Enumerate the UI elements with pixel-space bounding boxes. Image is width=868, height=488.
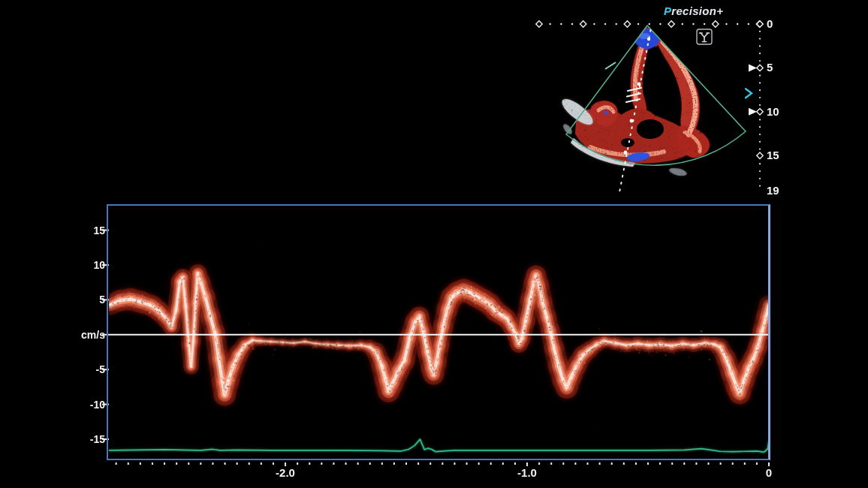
x-axis-tick-label: -1.0 — [501, 466, 553, 480]
y-axis-tick-label: 5 — [45, 293, 105, 306]
y-axis-tick-label: 15 — [45, 224, 105, 237]
y-axis-tick-label: -5 — [45, 363, 105, 376]
ruler-diamond-marker — [668, 21, 674, 27]
ruler-diamond-marker — [757, 152, 763, 158]
ultrasound-screen: 15105cm/s-5-10-15 -2.0-1.00 05101519 Pre… — [0, 0, 868, 488]
ruler-diamond-marker — [757, 21, 763, 27]
horizontal-scale-ruler — [536, 21, 763, 27]
ruler-diamond-marker — [536, 21, 542, 27]
probe-orientation-icon — [697, 29, 712, 44]
ruler-diamond-marker — [757, 65, 763, 71]
focus-triangle-icon — [749, 64, 757, 71]
ruler-diamond-marker — [580, 21, 586, 27]
y-axis-tick-label: -15 — [45, 432, 105, 446]
2d-echo-image[interactable] — [0, 0, 868, 203]
y-axis-tick-label: 10 — [45, 258, 105, 272]
x-axis-tick-label: 0 — [743, 466, 795, 480]
depth-scale-ruler — [757, 21, 763, 187]
sector-edge-tick — [605, 62, 616, 69]
y-axis-tick-label: -10 — [45, 398, 105, 411]
focus-triangle-icon — [749, 108, 757, 116]
focus-depth-markers — [746, 64, 757, 115]
y-axis-unit-label: cm/s — [45, 328, 105, 342]
ruler-diamond-marker — [624, 21, 630, 27]
x-axis-tick-label: -2.0 — [259, 466, 312, 480]
depth-pointer-chevron-icon — [746, 89, 752, 98]
ruler-diamond-marker — [713, 21, 719, 27]
ruler-diamond-marker — [757, 109, 763, 115]
